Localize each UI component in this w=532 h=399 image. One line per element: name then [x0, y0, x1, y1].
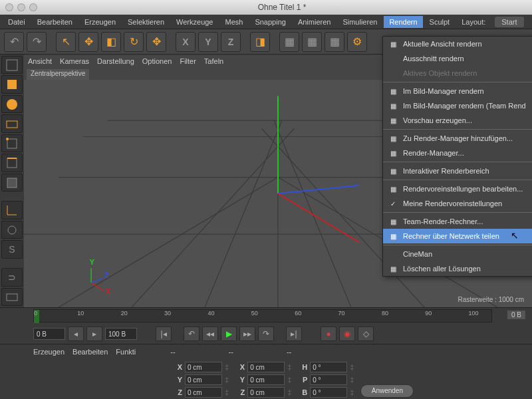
- magnet-button[interactable]: ⊃: [1, 268, 23, 286]
- rotate-tool-button[interactable]: ↻: [124, 32, 144, 52]
- vp-menu-optionen[interactable]: Optionen: [142, 57, 172, 65]
- window-maximize-icon[interactable]: [29, 3, 37, 11]
- render-menu-item[interactable]: Ausschnitt rendern: [383, 51, 532, 66]
- stepper-icon[interactable]: ‡: [350, 376, 354, 384]
- layout-start-button[interactable]: Start: [495, 17, 523, 27]
- make-editable-button[interactable]: [1, 56, 23, 74]
- select-tool-button[interactable]: ↖: [56, 32, 76, 52]
- stepper-icon[interactable]: ‡: [287, 376, 291, 384]
- tl-keyframe-button[interactable]: ◇: [358, 327, 374, 341]
- window-minimize-icon[interactable]: [17, 3, 25, 11]
- grid-lock-button[interactable]: [1, 288, 23, 306]
- axis-button[interactable]: [1, 201, 23, 219]
- menu-datei[interactable]: Datei: [3, 16, 31, 28]
- model-mode-button[interactable]: [1, 75, 23, 93]
- x-axis-button[interactable]: X: [176, 32, 196, 52]
- menu-werkzeuge[interactable]: Werkzeuge: [171, 16, 218, 28]
- tl-autokey-button[interactable]: ◉: [339, 327, 355, 341]
- render-menu-item[interactable]: ▦Interaktiver Renderbereich: [383, 164, 532, 178]
- menu-animieren[interactable]: Animieren: [293, 16, 336, 28]
- menu-selektieren[interactable]: Selektieren: [122, 16, 170, 28]
- menu-erzeugen[interactable]: Erzeugen: [79, 16, 121, 28]
- tl-play-button[interactable]: ▶: [221, 327, 237, 341]
- render-menu-item[interactable]: ▦Rendervoreinstellungen bearbeiten...: [383, 182, 532, 196]
- stepper-icon[interactable]: ‡: [225, 363, 229, 371]
- undo-button[interactable]: ↶: [4, 32, 24, 52]
- timeline-end-field[interactable]: [105, 328, 137, 340]
- coord-pos-x[interactable]: [185, 362, 222, 372]
- coord-tab-funkti[interactable]: Funkti: [116, 348, 136, 356]
- render-menu-item[interactable]: ▦Zu Render-Manager hinzufügen...: [383, 131, 532, 146]
- menu-mesh[interactable]: Mesh: [219, 16, 248, 28]
- menu-snapping[interactable]: Snapping: [249, 16, 291, 28]
- tl-goto-start-button[interactable]: |◂: [156, 327, 172, 341]
- coord-rot-z[interactable]: [310, 387, 347, 398]
- vp-menu-tafeln[interactable]: Tafeln: [204, 57, 223, 65]
- snap-button[interactable]: S: [1, 240, 23, 258]
- stepper-icon[interactable]: ‡: [350, 363, 354, 371]
- render-menu-item[interactable]: ▦Aktuelle Ansicht rendern: [383, 37, 532, 51]
- tl-prev-frame-button[interactable]: ◂◂: [202, 327, 218, 341]
- coord-pos-z[interactable]: [185, 387, 222, 398]
- coord-size-x[interactable]: [247, 362, 285, 372]
- stepper-icon[interactable]: ‡: [287, 388, 291, 396]
- coord-tab-bearbeiten[interactable]: Bearbeiten: [72, 348, 108, 356]
- stepper-icon[interactable]: ‡: [225, 388, 229, 396]
- menu-layout:[interactable]: Layout:: [456, 16, 491, 28]
- move-tool-button[interactable]: ✥: [78, 32, 98, 52]
- menu-simulieren[interactable]: Simulieren: [337, 16, 382, 28]
- vp-menu-filter[interactable]: Filter: [180, 57, 196, 65]
- tl-next-range-button[interactable]: ▸: [86, 327, 102, 341]
- menu-rendern[interactable]: Rendern: [384, 16, 422, 28]
- timeline-start-field[interactable]: [33, 328, 65, 340]
- tl-next-frame-button[interactable]: ▸▸: [239, 327, 255, 341]
- coord-pos-y[interactable]: [185, 374, 222, 385]
- menu-sculpt[interactable]: Sculpt: [424, 16, 456, 28]
- texture-mode-button[interactable]: [1, 95, 23, 113]
- z-axis-button[interactable]: Z: [221, 32, 241, 52]
- render-menu-item[interactable]: ✓Meine Rendervoreinstellungen: [383, 196, 532, 211]
- viewport-solo-button[interactable]: [1, 221, 23, 239]
- coord-tab-erzeugen[interactable]: Erzeugen: [33, 348, 65, 356]
- scale-tool-button[interactable]: ◧: [101, 32, 121, 52]
- render-settings2-button[interactable]: ⚙: [347, 32, 367, 52]
- render-menu-item[interactable]: ▦Löschen aller Lösungen: [383, 261, 532, 276]
- render-view-button[interactable]: ▦: [279, 32, 299, 52]
- tl-prev-range-button[interactable]: ◂: [68, 327, 84, 341]
- vp-menu-kameras[interactable]: Kameras: [60, 57, 89, 65]
- window-close-icon[interactable]: [5, 3, 13, 11]
- stepper-icon[interactable]: ‡: [287, 363, 291, 371]
- workplane-button[interactable]: [1, 114, 23, 132]
- coord-system-button[interactable]: ◨: [250, 32, 270, 52]
- render-menu-item[interactable]: ▦Team-Render-Rechner...: [383, 214, 532, 229]
- render-pv-button[interactable]: ▦: [302, 32, 322, 52]
- tl-prev-key-button[interactable]: ↶: [184, 327, 200, 341]
- point-mode-button[interactable]: [1, 134, 23, 152]
- render-menu-item[interactable]: ▦Render-Manager...: [383, 146, 532, 160]
- tl-record-button[interactable]: ●: [321, 327, 336, 341]
- render-menu-item[interactable]: ▦Im Bild-Manager rendern (Team Rend: [383, 98, 532, 113]
- coord-rot-x[interactable]: [310, 362, 347, 372]
- coord-rot-y[interactable]: [310, 374, 347, 385]
- y-axis-button[interactable]: Y: [198, 32, 218, 52]
- render-menu-item[interactable]: ▦Vorschau erzeugen...: [383, 113, 532, 128]
- tl-next-key-button[interactable]: ↷: [258, 327, 274, 341]
- redo-button[interactable]: ↷: [27, 32, 47, 52]
- render-menu-item[interactable]: ▦Rechner über Netzwerk teilen: [383, 229, 532, 243]
- render-menu-item[interactable]: ▦Im Bild-Manager rendern: [383, 84, 532, 98]
- polygon-mode-button[interactable]: [1, 174, 23, 192]
- render-menu-item[interactable]: CineMan: [383, 247, 532, 261]
- coord-size-z[interactable]: [247, 387, 285, 398]
- last-tool-button[interactable]: ✥: [146, 32, 166, 52]
- render-settings-button[interactable]: ▦: [325, 32, 344, 52]
- apply-button[interactable]: Anwenden: [360, 384, 414, 398]
- tl-goto-end-button[interactable]: ▸|: [286, 327, 302, 341]
- edge-mode-button[interactable]: [1, 154, 23, 172]
- coord-size-y[interactable]: [247, 374, 285, 385]
- menu-bearbeiten[interactable]: Bearbeiten: [32, 16, 78, 28]
- stepper-icon[interactable]: ‡: [350, 388, 354, 396]
- vp-menu-ansicht[interactable]: Ansicht: [28, 57, 52, 65]
- vp-menu-darstellung[interactable]: Darstellung: [97, 57, 134, 65]
- timeline-ruler[interactable]: 0102030405060708090100: [33, 309, 492, 323]
- stepper-icon[interactable]: ‡: [225, 376, 229, 384]
